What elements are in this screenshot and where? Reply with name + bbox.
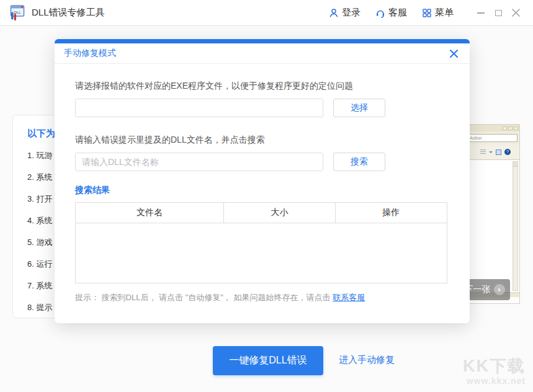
login-button[interactable]: 登录 (329, 7, 361, 19)
modal-body: 请选择报错的软件对应的EXE程序文件，以便于修复程序更好的定位问题 选择 请输入… (55, 64, 470, 303)
preview-min-icon (503, 127, 507, 130)
watermark-logo: KK下载 (463, 357, 526, 375)
preview-max-icon (508, 127, 513, 130)
dll-section-label: 请输入错误提示里提及的DLL文件名，并点击搜索 (75, 135, 449, 146)
preview-field-row: Action (466, 131, 519, 145)
minimize-button[interactable] (472, 4, 490, 22)
exe-section-label: 请选择报错的软件对应的EXE程序文件，以便于修复程序更好的定位问题 (75, 81, 449, 92)
close-icon (449, 49, 459, 58)
column-size: 大小 (224, 203, 335, 223)
column-action: 操作 (336, 203, 447, 223)
preview-scrollbar (513, 161, 518, 291)
screenshot-preview: Action ? (465, 124, 520, 304)
search-dll-button[interactable]: 搜索 (333, 153, 385, 171)
help-icon: ? (504, 149, 511, 155)
close-icon (512, 9, 520, 17)
search-results-table: 文件名 大小 操作 (75, 202, 447, 283)
modal-accent-bar (55, 39, 470, 43)
dll-name-input[interactable] (75, 153, 323, 171)
scroll-up-icon (513, 162, 517, 167)
list-view-icon (480, 149, 486, 154)
modal-close-button[interactable] (447, 47, 460, 60)
hint-text: 提示： 搜索到DLL后， 请点击 "自动修复" 。如果问题始终存在，请点击 联系… (75, 292, 449, 303)
app-logo-icon: DLL (9, 4, 25, 21)
modal-header: 手动修复模式 (55, 43, 470, 64)
one-click-repair-button[interactable]: 一键修复DLL错误 (213, 346, 323, 375)
svg-text:DLL: DLL (14, 10, 21, 14)
modal-title: 手动修复模式 (64, 48, 116, 59)
support-button[interactable]: 客服 (375, 7, 407, 19)
contact-support-link[interactable]: 联系客服 (333, 293, 365, 302)
preview-toolbar: ? (466, 145, 519, 160)
menu-grid-icon (422, 8, 432, 18)
maximize-button[interactable] (490, 4, 507, 22)
manual-repair-modal: 手动修复模式 请选择报错的软件对应的EXE程序文件，以便于修复程序更好的定位问题… (55, 39, 470, 323)
dropdown-caret-icon (489, 151, 493, 153)
user-icon (329, 8, 339, 18)
preview-titlebar (466, 125, 519, 131)
menu-button[interactable]: 菜单 (422, 7, 454, 19)
arrow-right-icon: › (494, 284, 505, 295)
watermark-url: www.kkx.net (463, 376, 526, 386)
titlebar: DLL DLL错误专修工具 登录 客服 (0, 0, 533, 26)
preview-close-icon (514, 127, 518, 130)
headset-icon (375, 8, 385, 18)
preview-field: Action (468, 134, 517, 142)
enter-manual-repair-link[interactable]: 进入手动修复 (339, 354, 395, 366)
hint-prefix: 提示： 搜索到DLL后， 请点击 "自动修复" 。如果问题始终存在，请点击 (75, 293, 333, 302)
close-window-button[interactable] (507, 4, 524, 22)
minimize-icon (477, 12, 485, 14)
table-empty-body (76, 223, 447, 283)
app-title: DLL错误专修工具 (32, 7, 105, 19)
login-label: 登录 (342, 7, 361, 19)
page-icon (496, 149, 501, 155)
table-header-row: 文件名 大小 操作 (76, 203, 447, 223)
exe-path-input[interactable] (75, 99, 323, 117)
watermark: KK下载 www.kkx.net (463, 357, 526, 386)
search-results-heading: 搜索结果 (75, 185, 449, 196)
column-filename: 文件名 (76, 203, 224, 223)
choose-exe-button[interactable]: 选择 (333, 99, 385, 117)
maximize-icon (495, 10, 502, 16)
support-label: 客服 (388, 7, 407, 19)
preview-content (466, 160, 519, 292)
menu-label: 菜单 (435, 7, 454, 19)
main-area: 以下为 1. 玩游 2. 系统 3. 打开 4. 系统 5. 游戏 6. 运行 … (0, 26, 533, 392)
